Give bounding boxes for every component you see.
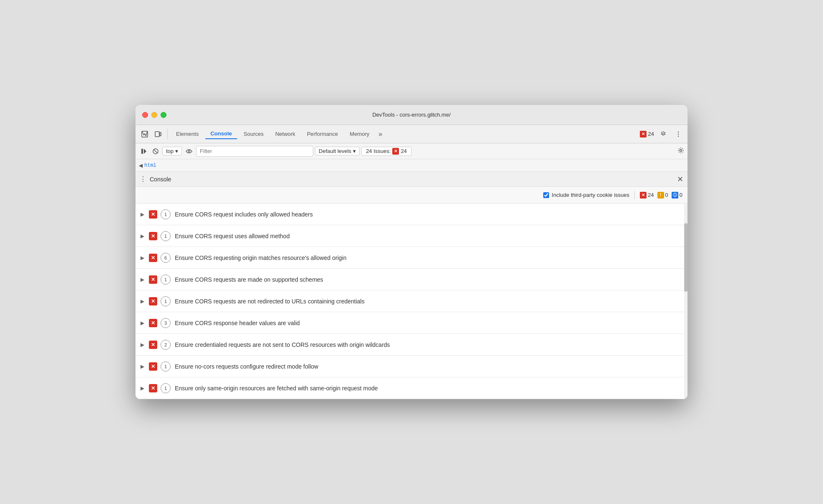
issue-text: Ensure CORS response header values are v… <box>175 320 300 326</box>
warning-count-badge: ! 0 <box>657 192 668 199</box>
issues-count-row: ✕ 24 ! 0 ⓘ 0 <box>640 192 682 199</box>
issue-count-circle: 1 <box>161 296 171 306</box>
toolbar-divider <box>167 129 168 139</box>
console-settings-icon[interactable] <box>677 147 684 155</box>
issue-text: Ensure credentialed requests are not sen… <box>175 341 390 348</box>
settings-icon[interactable] <box>657 128 669 140</box>
issue-text: Ensure CORS request includes only allowe… <box>175 211 313 218</box>
error-count-label: 24 <box>648 192 654 198</box>
block-icon[interactable] <box>151 146 161 156</box>
issue-count-circle: 1 <box>161 383 171 393</box>
issue-row[interactable]: ▶ ✕ 1 Ensure no-cors requests configure … <box>135 356 688 377</box>
svg-rect-2 <box>160 132 161 136</box>
issue-row[interactable]: ▶ ✕ 2 Ensure credentialed requests are n… <box>135 334 688 356</box>
issues-label: 24 Issues: <box>366 148 391 154</box>
tab-network[interactable]: Network <box>270 129 300 139</box>
issue-error-icon: ✕ <box>149 297 157 305</box>
tab-performance[interactable]: Performance <box>302 129 343 139</box>
error-count: 24 <box>648 131 654 137</box>
tab-memory[interactable]: Memory <box>345 129 374 139</box>
svg-point-11 <box>680 149 682 151</box>
issue-error-icon: ✕ <box>149 210 157 219</box>
expand-arrow-icon: ▶ <box>141 320 146 326</box>
error-badge[interactable]: ✕ 24 <box>640 131 654 137</box>
issue-count-circle: 3 <box>161 318 171 328</box>
device-toolbar-icon[interactable] <box>152 128 164 140</box>
more-options-icon[interactable] <box>672 128 684 140</box>
cookie-checkbox[interactable] <box>543 192 549 198</box>
issue-count-circle: 2 <box>161 340 171 350</box>
issue-row[interactable]: ▶ ✕ 6 Ensure CORS requesting origin matc… <box>135 247 688 269</box>
cookie-label: Include third-party cookie issues <box>552 192 629 198</box>
traffic-lights <box>142 112 166 118</box>
issue-row[interactable]: ▶ ✕ 1 Ensure only same-origin resources … <box>135 377 688 399</box>
context-selector[interactable]: top ▾ <box>162 147 182 155</box>
maximize-button[interactable] <box>161 112 166 118</box>
panel-menu-icon[interactable]: ⋮ <box>140 175 146 183</box>
issue-text: Ensure only same-origin resources are fe… <box>175 385 378 392</box>
svg-point-3 <box>678 131 679 132</box>
close-panel-button[interactable]: ✕ <box>677 175 683 184</box>
issue-text: Ensure CORS requests are made on support… <box>175 276 323 283</box>
svg-marker-7 <box>144 149 146 154</box>
expand-arrow-icon: ▶ <box>141 342 146 348</box>
expand-arrow-icon: ▶ <box>141 364 146 369</box>
issue-error-icon: ✕ <box>149 254 157 262</box>
issue-count-circle: 1 <box>161 275 171 285</box>
window-title: DevTools - cors-errors.glitch.me/ <box>372 112 450 118</box>
error-count-badge: ✕ 24 <box>640 192 654 199</box>
chevron-down-icon-levels: ▾ <box>353 148 356 154</box>
levels-label: Default levels <box>319 148 351 154</box>
issue-error-icon: ✕ <box>149 232 157 240</box>
issues-panel: Include third-party cookie issues ✕ 24 !… <box>135 187 688 399</box>
issue-row[interactable]: ▶ ✕ 1 Ensure CORS request uses allowed m… <box>135 225 688 247</box>
log-levels-selector[interactable]: Default levels ▾ <box>315 147 360 155</box>
issue-error-icon: ✕ <box>149 341 157 349</box>
issue-text: Ensure CORS requests are not redirected … <box>175 298 365 305</box>
svg-rect-1 <box>155 132 159 137</box>
issue-row[interactable]: ▶ ✕ 1 Ensure CORS requests are made on s… <box>135 269 688 290</box>
svg-point-4 <box>678 133 679 134</box>
issue-list: ▶ ✕ 1 Ensure CORS request includes only … <box>135 204 688 399</box>
filter-input[interactable] <box>196 146 313 157</box>
expand-arrow-icon: ▶ <box>141 385 146 391</box>
tab-console[interactable]: Console <box>205 129 237 139</box>
inspect-icon[interactable] <box>139 128 151 140</box>
issue-error-icon: ✕ <box>149 384 157 392</box>
live-expressions-icon[interactable] <box>184 146 194 157</box>
more-tabs-icon[interactable]: » <box>376 129 385 140</box>
issue-count-circle: 6 <box>161 253 171 263</box>
issues-button[interactable]: 24 Issues: ✕ 24 <box>361 147 412 156</box>
chevron-down-icon: ▾ <box>175 148 178 154</box>
issue-row[interactable]: ▶ ✕ 3 Ensure CORS response header values… <box>135 312 688 334</box>
svg-point-5 <box>678 135 679 136</box>
run-icon[interactable] <box>139 146 149 156</box>
console-panel-left: ⋮ Console <box>140 175 171 183</box>
cookie-checkbox-row: Include third-party cookie issues <box>543 192 629 198</box>
console-toolbar: top ▾ Default levels ▾ 24 Issues: ✕ 24 <box>135 143 688 159</box>
info-count-badge: ⓘ 0 <box>672 192 682 199</box>
close-button[interactable] <box>142 112 148 118</box>
expand-arrow-icon: ▶ <box>141 233 146 239</box>
error-icon: ✕ <box>640 131 647 137</box>
tab-sources[interactable]: Sources <box>239 129 269 139</box>
error-count-icon: ✕ <box>640 192 647 199</box>
issues-divider <box>634 191 635 199</box>
issue-row[interactable]: ▶ ✕ 1 Ensure CORS requests are not redir… <box>135 290 688 312</box>
devtools-window: DevTools - cors-errors.glitch.me/ Elemen… <box>135 105 688 399</box>
scrollbar-thumb[interactable] <box>684 223 688 292</box>
issue-error-icon: ✕ <box>149 275 157 284</box>
issue-count-circle: 1 <box>161 209 171 219</box>
console-panel-header: ⋮ Console ✕ <box>135 172 688 187</box>
scrollbar-track[interactable] <box>684 204 688 399</box>
issues-header: Include third-party cookie issues ✕ 24 !… <box>135 187 688 204</box>
info-count-label: 0 <box>680 192 682 198</box>
issue-text: Ensure CORS request uses allowed method <box>175 233 290 239</box>
issue-text: Ensure CORS requesting origin matches re… <box>175 255 346 261</box>
minimize-button[interactable] <box>151 112 157 118</box>
context-label: top <box>166 148 174 154</box>
svg-point-10 <box>188 150 190 152</box>
tab-elements[interactable]: Elements <box>171 129 204 139</box>
breadcrumb-bar: ◀ html <box>135 159 688 172</box>
issue-row[interactable]: ▶ ✕ 1 Ensure CORS request includes only … <box>135 204 688 225</box>
